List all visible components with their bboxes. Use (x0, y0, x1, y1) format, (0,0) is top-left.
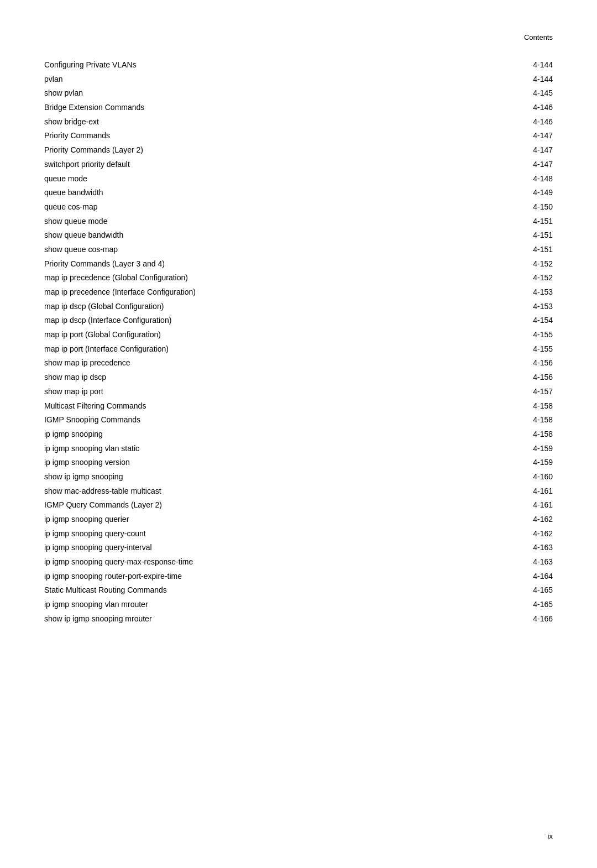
toc-row: show mac-address-table multicast4-161 (44, 484, 553, 499)
toc-entry-label: show bridge-ext (44, 115, 476, 129)
toc-entry-label: IGMP Query Commands (Layer 2) (44, 498, 476, 513)
toc-entry-label: show mac-address-table multicast (44, 484, 476, 499)
toc-row: queue bandwidth4-149 (44, 186, 553, 200)
toc-entry-page: 4-146 (476, 115, 553, 129)
footer-label: ix (548, 832, 553, 840)
toc-entry-label: ip igmp snooping query-max-response-time (44, 555, 476, 569)
toc-row: show map ip port4-157 (44, 385, 553, 399)
toc-row: show queue mode4-151 (44, 215, 553, 229)
toc-entry-page: 4-156 (476, 356, 553, 370)
toc-row: ip igmp snooping query-interval4-163 (44, 541, 553, 555)
toc-row: ip igmp snooping query-max-response-time… (44, 555, 553, 569)
toc-row: pvlan4-144 (44, 72, 553, 87)
toc-entry-page: 4-166 (476, 612, 553, 626)
toc-row: show ip igmp snooping4-160 (44, 470, 553, 484)
toc-row: Priority Commands (Layer 3 and 4)4-152 (44, 257, 553, 271)
toc-entry-page: 4-158 (476, 399, 553, 414)
toc-entry-page: 4-153 (476, 300, 553, 314)
toc-entry-label: Priority Commands (Layer 2) (44, 143, 476, 158)
toc-entry-label: Multicast Filtering Commands (44, 399, 476, 414)
toc-entry-label: ip igmp snooping query-interval (44, 541, 476, 555)
toc-entry-page: 4-158 (476, 413, 553, 427)
toc-entry-page: 4-158 (476, 427, 553, 442)
toc-row: map ip precedence (Interface Configurati… (44, 285, 553, 300)
toc-entry-page: 4-160 (476, 470, 553, 484)
toc-entry-page: 4-161 (476, 484, 553, 499)
toc-entry-page: 4-152 (476, 257, 553, 271)
toc-row: switchport priority default4-147 (44, 158, 553, 172)
toc-row: map ip dscp (Global Configuration)4-153 (44, 300, 553, 314)
toc-row: show queue bandwidth4-151 (44, 228, 553, 243)
toc-entry-label: map ip port (Interface Configuration) (44, 342, 476, 357)
toc-entry-label: Priority Commands (Layer 3 and 4) (44, 257, 476, 271)
toc-entry-label: map ip port (Global Configuration) (44, 328, 476, 342)
toc-row: ip igmp snooping router-port-expire-time… (44, 569, 553, 584)
toc-entry-page: 4-151 (476, 228, 553, 243)
toc-row: ip igmp snooping version4-159 (44, 456, 553, 470)
page: Contents Configuring Private VLANs4-144p… (0, 0, 597, 868)
toc-row: ip igmp snooping vlan mrouter4-165 (44, 598, 553, 612)
toc-entry-label: Static Multicast Routing Commands (44, 583, 476, 598)
page-footer: ix (548, 832, 553, 840)
toc-row: map ip precedence (Global Configuration)… (44, 271, 553, 285)
toc-entry-page: 4-162 (476, 527, 553, 541)
toc-row: ip igmp snooping vlan static4-159 (44, 442, 553, 456)
toc-entry-page: 4-156 (476, 370, 553, 385)
toc-entry-page: 4-153 (476, 285, 553, 300)
toc-entry-page: 4-150 (476, 200, 553, 215)
toc-entry-label: queue cos-map (44, 200, 476, 215)
toc-entry-label: map ip dscp (Interface Configuration) (44, 313, 476, 328)
toc-entry-page: 4-159 (476, 442, 553, 456)
toc-row: Priority Commands (Layer 2)4-147 (44, 143, 553, 158)
toc-entry-label: show ip igmp snooping mrouter (44, 612, 476, 626)
toc-row: show map ip dscp4-156 (44, 370, 553, 385)
toc-entry-label: ip igmp snooping version (44, 456, 476, 470)
toc-entry-page: 4-157 (476, 385, 553, 399)
toc-entry-page: 4-163 (476, 541, 553, 555)
toc-entry-label: ip igmp snooping (44, 427, 476, 442)
toc-entry-page: 4-161 (476, 498, 553, 513)
toc-entry-label: show queue bandwidth (44, 228, 476, 243)
toc-entry-page: 4-144 (476, 72, 553, 87)
toc-row: show pvlan4-145 (44, 86, 553, 101)
toc-entry-page: 4-147 (476, 143, 553, 158)
toc-row: map ip port (Interface Configuration)4-1… (44, 342, 553, 357)
toc-entry-label: show map ip precedence (44, 356, 476, 370)
toc-row: map ip dscp (Interface Configuration)4-1… (44, 313, 553, 328)
toc-row: ip igmp snooping4-158 (44, 427, 553, 442)
toc-entry-label: show map ip port (44, 385, 476, 399)
toc-entry-page: 4-144 (476, 58, 553, 72)
toc-entry-page: 4-152 (476, 271, 553, 285)
toc-entry-page: 4-145 (476, 86, 553, 101)
toc-entry-label: show queue cos-map (44, 243, 476, 257)
toc-entry-page: 4-151 (476, 215, 553, 229)
header-label: Contents (524, 33, 553, 41)
toc-entry-page: 4-163 (476, 555, 553, 569)
toc-entry-label: show map ip dscp (44, 370, 476, 385)
toc-entry-label: Bridge Extension Commands (44, 101, 476, 115)
toc-entry-page: 4-165 (476, 598, 553, 612)
toc-entry-label: map ip precedence (Interface Configurati… (44, 285, 476, 300)
toc-entry-label: map ip dscp (Global Configuration) (44, 300, 476, 314)
toc-entry-label: queue bandwidth (44, 186, 476, 200)
toc-entry-label: ip igmp snooping query-count (44, 527, 476, 541)
toc-entry-page: 4-149 (476, 186, 553, 200)
toc-table: Configuring Private VLANs4-144pvlan4-144… (44, 58, 553, 626)
page-header: Contents (44, 33, 553, 41)
toc-entry-page: 4-147 (476, 158, 553, 172)
toc-row: Priority Commands4-147 (44, 129, 553, 143)
toc-entry-label: ip igmp snooping vlan static (44, 442, 476, 456)
toc-row: Configuring Private VLANs4-144 (44, 58, 553, 72)
toc-entry-label: ip igmp snooping querier (44, 513, 476, 527)
toc-entry-label: queue mode (44, 172, 476, 186)
toc-row: IGMP Query Commands (Layer 2)4-161 (44, 498, 553, 513)
toc-row: Multicast Filtering Commands4-158 (44, 399, 553, 414)
toc-entry-page: 4-146 (476, 101, 553, 115)
toc-row: ip igmp snooping query-count4-162 (44, 527, 553, 541)
toc-entry-label: show queue mode (44, 215, 476, 229)
toc-entry-page: 4-155 (476, 328, 553, 342)
toc-entry-label: Configuring Private VLANs (44, 58, 476, 72)
toc-row: Bridge Extension Commands4-146 (44, 101, 553, 115)
toc-row: queue cos-map4-150 (44, 200, 553, 215)
toc-entry-label: switchport priority default (44, 158, 476, 172)
